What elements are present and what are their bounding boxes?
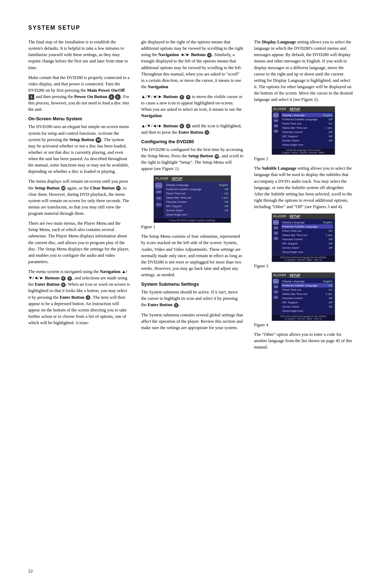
system-icon: SYS [156, 183, 162, 188]
dvd-row-f2-2: Preferred Subtitle LanguageOff [282, 117, 333, 121]
dvd-footer-1: Press ENTER to adjust system settings [154, 218, 231, 223]
setup-btn-icon2: 30 [61, 186, 66, 190]
video-icon: VID [156, 196, 162, 201]
middle-para-2: ▲/▼/◄/► Buttons 6 8 to move the visible … [141, 93, 243, 119]
intro-para-1: The final step of the installation is to… [28, 39, 131, 71]
dvd-main-2: Display LanguageEnglish Preferred Subtit… [280, 112, 335, 148]
setup-tab-4: SETUP [290, 273, 300, 277]
power-on-btn-icon: 2 [109, 94, 114, 100]
video-icon-2: VID [273, 124, 278, 128]
on-screen-para-4: The menu system is navigated using the N… [28, 268, 131, 326]
dvd-footer-2: Select the language of the menusEnglish … [272, 148, 335, 154]
player-tab-2: PLAYER [273, 107, 286, 111]
figure-3-screen: PLAYER SETUP SYS AUD VID ADJ Display Lan… [272, 213, 335, 262]
player-tab-4: PLAYER [273, 273, 286, 277]
figure-3-label: Figure 3 [254, 263, 353, 269]
dvd-body-4: SYS AUD VID ADJ Display LanguageEnglish … [272, 278, 335, 314]
figure-3-container: PLAYER SETUP SYS AUD VID ADJ Display Lan… [254, 213, 353, 269]
right-para-1: The Display Language setting allows you … [254, 39, 353, 103]
dvd-row-f2-1: Display LanguageEnglish [282, 113, 333, 117]
middle-para-1: gle displayed to the right of the option… [141, 39, 243, 90]
dvd-body-3: SYS AUD VID ADJ Display LanguageEnglish … [272, 219, 335, 255]
dvd-row-f3-5: Parental ControlOff [282, 237, 333, 241]
dvd-row-8: Show Angle Icon [165, 212, 229, 217]
dvd-footer-3: Select the preferred language for the su… [272, 255, 335, 262]
dvd-footer-4: Select the preferred language for the su… [272, 314, 335, 321]
player-tab: PLAYER [156, 177, 168, 181]
system-icon-3: SYS [273, 220, 278, 224]
adj-icon-2: ADJ [273, 129, 278, 133]
dvd-row-f2-7: Screen SaverOff [282, 138, 333, 143]
dvd-row-f3-6: IRC SupportOff [282, 241, 333, 245]
page-number: 22 [28, 568, 33, 574]
nav-btn-6: 6 [61, 276, 66, 281]
nav-btn-8: 8 [67, 276, 72, 281]
dvd-row-7: Screen SaverOff [165, 208, 229, 212]
dvd-row-f4-7: Screen SaverOff [282, 304, 333, 309]
dvd-sidebar-2: SYS AUD VID ADJ [272, 112, 280, 148]
dvd-row-f2-4: Status Bar Time-out1 sec [282, 126, 333, 130]
enter-btn: 9 [61, 283, 66, 287]
dvd-row-f3-1: Display LanguageEnglish [282, 220, 333, 224]
figure-1-label: Figure 1 [141, 224, 243, 230]
power-btn-icon: 1 [29, 94, 34, 100]
audio-icon-3: AUD [273, 226, 278, 230]
nav-btn-6b: 6 [180, 95, 184, 99]
on-screen-menu-heading: On-Screen Menu System [28, 116, 131, 121]
setup-tab: SETUP [172, 177, 182, 181]
intro-para-2: Make certain that the DVD280 is properly… [28, 74, 131, 113]
configuring-para-2: The Setup Menu consists of four submenus… [141, 233, 243, 278]
dvd-sidebar-4: SYS AUD VID ADJ [272, 278, 280, 314]
audio-icon-2: AUD [273, 119, 278, 122]
dvd-header-4: PLAYER SETUP [272, 273, 335, 278]
dvd-row-f4-1: Display LanguageEnglish [282, 279, 333, 283]
on-screen-para-2: The menu displays will remain on-screen … [28, 178, 131, 217]
figure-4-label: Figure 4 [254, 322, 353, 328]
figure-2-container: PLAYER SETUP SYS AUD VID ADJ Display Lan… [254, 106, 353, 162]
dvd-row-6: IRC SupportOff [165, 204, 229, 208]
player-tab-3: PLAYER [273, 214, 286, 218]
adj-icon-3: ADJ [273, 236, 278, 240]
on-screen-para-1: The DVD280 uses an elegant but simple on… [28, 123, 131, 175]
page: SYSTEM SETUP The final step of the insta… [0, 0, 381, 588]
dvd-row-3: Panel Time-outOn [165, 191, 229, 195]
dvd-body-2: SYS AUD VID ADJ Display LanguageEnglish … [272, 112, 335, 148]
dvd-body-1: SYS AUD VID ADJ Display LanguageEnglish … [154, 182, 231, 218]
section-title: SYSTEM SETUP [28, 25, 353, 31]
adj-icon-4: ADJ [273, 295, 278, 299]
audio-icon: AUD [156, 189, 162, 194]
right-para-2: The Subtitle Language setting allows you… [254, 165, 353, 210]
dvd-row-f2-3: Panel Time-outOn [282, 121, 333, 126]
dvd-row-f4-3: Panel Time-outOn [282, 287, 333, 292]
clear-btn-icon: 17 [116, 186, 121, 190]
nav-btn-8b: 8 [207, 53, 212, 57]
dvd-main-1: Display LanguageEnglish Preferred Subtit… [164, 182, 231, 218]
video-icon-3: VID [273, 231, 278, 235]
dvd-header-2: PLAYER SETUP [272, 107, 335, 112]
figure-1-screen: PLAYER SETUP SYS AUD VID ADJ Display Lan… [153, 175, 231, 223]
setup-tab-3: SETUP [290, 214, 300, 218]
system-submenu-para-1: The System submenu should be active. If … [141, 289, 243, 308]
nav-btn-6c: 6 [180, 124, 184, 128]
middle-column: gle displayed to the right of the option… [141, 39, 243, 354]
dvd-row-f4-8: Show Angle Icon [282, 309, 333, 313]
dvd-row-f3-4: Status Bar Time-out1 sec [282, 233, 333, 237]
dvd-row-f3-2: Preferred Subtitle Language [282, 224, 333, 229]
figure-1-container: PLAYER SETUP SYS AUD VID ADJ Display Lan… [141, 175, 243, 230]
dvd-row-f3-8: Show Angle Icon [282, 250, 333, 254]
dvd-header-3: PLAYER SETUP [272, 214, 335, 219]
power-on-btn-icon2: 1 [115, 94, 121, 100]
enter-btn4: 9 [174, 303, 179, 308]
system-icon-4: SYS [273, 279, 278, 283]
dvd-row-1: Display LanguageEnglish [165, 183, 229, 187]
figure-4-container: PLAYER SETUP SYS AUD VID ADJ Display Lan… [254, 272, 353, 328]
content-columns: The final step of the installation is to… [28, 39, 353, 354]
nav-btn-8c: 8 [186, 95, 190, 99]
figure-4-screen: PLAYER SETUP SYS AUD VID ADJ Display Lan… [272, 272, 335, 321]
enter-btn2: 9 [86, 295, 90, 300]
dvd-row-f2-8: Show Angle Icon [282, 143, 333, 147]
configuring-heading: Configuring the DVD280 [141, 139, 243, 144]
dvd-header-1: PLAYER SETUP [154, 176, 231, 182]
setup-btn-icon: 30 [96, 137, 101, 143]
adj-icon: ADJ [156, 202, 162, 207]
